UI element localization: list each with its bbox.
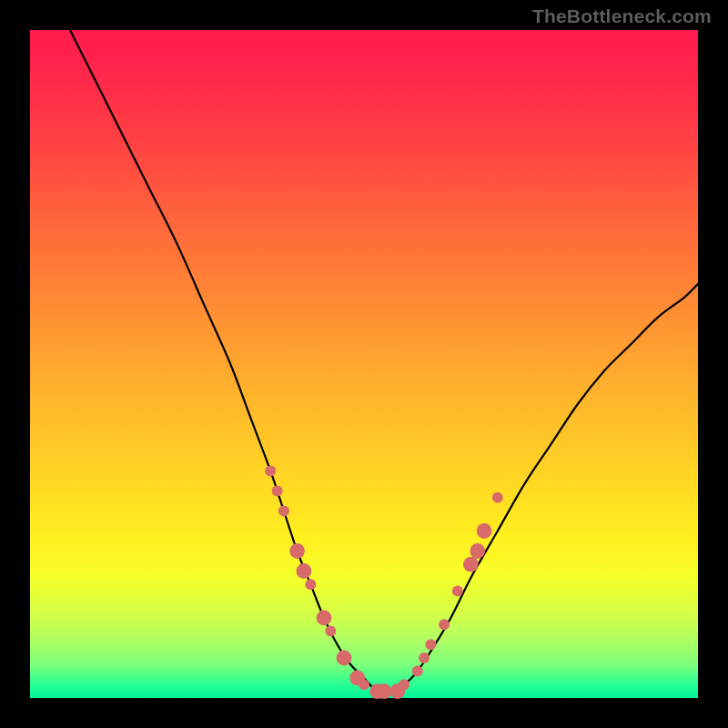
marker-point [463,557,479,572]
bottleneck-curve [70,30,698,693]
marker-point [297,563,312,579]
highlighted-points [265,465,503,699]
marker-point [289,543,305,559]
marker-point [359,679,369,690]
marker-point [452,586,463,597]
marker-point [305,579,316,590]
marker-point [477,523,492,539]
marker-point [272,486,283,497]
marker-point [317,611,332,626]
plot-area [30,30,698,698]
marker-point [439,619,450,630]
marker-point [492,492,503,503]
chart-frame: TheBottleneck.com [0,0,728,728]
marker-point [470,543,485,559]
chart-svg [30,30,698,698]
marker-point [325,626,336,637]
watermark-text: TheBottleneck.com [532,5,712,27]
marker-point [278,506,289,517]
marker-point [412,666,423,677]
marker-point [419,652,430,663]
marker-point [399,679,410,690]
marker-point [377,683,392,699]
marker-point [265,465,276,476]
marker-point [337,651,352,666]
marker-point [425,639,436,650]
